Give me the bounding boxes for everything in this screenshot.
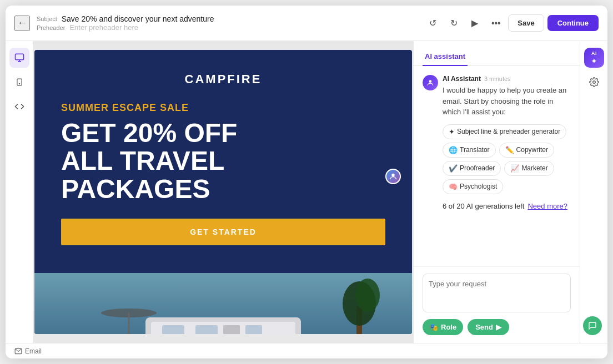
marketer-role-label: Marketer [521, 164, 547, 172]
send-icon: ▶ [496, 323, 501, 331]
svg-rect-10 [245, 325, 262, 334]
svg-rect-8 [162, 325, 184, 334]
email-canvas: CAMPFIRE SUMMER ESCAPE SALE GET 20% OFF … [34, 50, 412, 334]
ai-time: 3 minutes [484, 75, 511, 82]
subject-role-label: Subject line & preheader generator [457, 128, 560, 135]
role-chip-marketer[interactable]: 📈 Marketer [504, 161, 554, 176]
role-chip-proofreader[interactable]: ✔️ Proofreader [443, 161, 501, 176]
role-chip-copywriter[interactable]: ✏️ Copywriter [499, 143, 554, 158]
email-status-icon [14, 347, 22, 355]
translator-role-label: Translator [460, 146, 490, 154]
svg-point-2 [19, 83, 19, 84]
subject-value: Save 20% and discover your next adventur… [62, 14, 214, 23]
heading-line1: GET 20% OFF [61, 118, 237, 148]
ai-assistant-badge[interactable]: AI ✦ [584, 48, 604, 68]
ai-sparkle-icon: ✦ [591, 57, 597, 65]
email-status-label: Email [25, 347, 42, 355]
mobile-view-icon[interactable] [9, 72, 29, 92]
email-logo: CAMPFIRE [61, 72, 385, 87]
ai-panel-body: AI Assistant 3 minutes I would be happy … [414, 66, 580, 266]
role-button[interactable]: 🎭 Role [423, 319, 463, 335]
email-cta-button[interactable]: GET STARTED [61, 219, 385, 245]
copywriter-role-icon: ✏️ [505, 146, 514, 154]
desktop-view-icon[interactable] [9, 48, 29, 68]
svg-point-23 [429, 80, 432, 83]
proofreader-role-icon: ✔️ [449, 164, 458, 173]
heading-line2: ALL TRAVEL [61, 146, 224, 175]
redo-button[interactable]: ↻ [445, 14, 463, 32]
ai-message-text: I would be happy to help you create an e… [443, 85, 571, 118]
top-bar: ← Subject Save 20% and discover your nex… [6, 6, 607, 41]
ai-avatar [423, 75, 438, 90]
subject-role-icon: ✦ [449, 128, 455, 136]
preheader-label: Preheader [37, 24, 65, 31]
ai-input-area: 🎭 Role Send ▶ [414, 266, 580, 343]
toolbar-actions: ↺ ↻ ▶ ••• Save Continue [424, 14, 599, 32]
role-btn-label: Role [441, 323, 456, 331]
continue-button[interactable]: Continue [547, 15, 599, 31]
role-chip-translator[interactable]: 🌐 Translator [443, 143, 496, 158]
svg-point-26 [592, 81, 595, 84]
user-avatar-overlay [385, 169, 401, 184]
ai-panel-header: AI assistant [414, 41, 580, 66]
main-content: CAMPFIRE SUMMER ESCAPE SALE GET 20% OFF … [6, 41, 607, 343]
chat-support-button[interactable] [583, 316, 602, 335]
email-hero-section: CAMPFIRE SUMMER ESCAPE SALE GET 20% OFF … [34, 50, 412, 273]
email-sale-label: SUMMER ESCAPE SALE [61, 102, 385, 114]
generations-count: 6 of 20 AI generations left [443, 202, 524, 210]
more-options-button[interactable]: ••• [487, 14, 505, 32]
heading-line3: PACKAGES [61, 174, 210, 204]
email-canvas-area[interactable]: CAMPFIRE SUMMER ESCAPE SALE GET 20% OFF … [33, 41, 413, 343]
ai-message-meta: AI Assistant 3 minutes [443, 75, 571, 83]
ai-message-content: AI Assistant 3 minutes I would be happy … [443, 75, 571, 213]
save-button[interactable]: Save [508, 14, 544, 32]
copywriter-role-label: Copywriter [516, 146, 548, 154]
svg-point-21 [355, 279, 380, 312]
settings-button[interactable] [584, 72, 604, 92]
svg-rect-0 [15, 54, 23, 60]
proofreader-role-label: Proofreader [460, 164, 495, 172]
email-bottom-image [34, 273, 412, 334]
svg-rect-9 [195, 325, 218, 334]
ai-message-row: AI Assistant 3 minutes I would be happy … [423, 75, 571, 213]
email-heading: GET 20% OFF ALL TRAVEL PACKAGES [61, 119, 385, 203]
preheader-value: Enter preheader here [69, 23, 138, 32]
svg-point-3 [391, 174, 394, 176]
ai-assistant-tab[interactable]: AI assistant [423, 48, 468, 66]
role-chip-subject[interactable]: ✦ Subject line & preheader generator [443, 124, 566, 139]
send-btn-label: Send [475, 323, 493, 331]
ai-generations: 6 of 20 AI generations left Need more? [443, 202, 571, 210]
back-button[interactable]: ← [14, 16, 30, 31]
translator-role-icon: 🌐 [449, 146, 458, 154]
ai-badge-label: AI [591, 50, 597, 56]
role-chip-psychologist[interactable]: 🧠 Psychologist [443, 179, 503, 194]
code-view-icon[interactable] [9, 97, 29, 117]
right-extra-bar: AI ✦ [580, 41, 607, 343]
left-sidebar [6, 41, 33, 343]
marketer-role-icon: 📈 [510, 164, 519, 173]
email-logo-text: CAMPFIRE [185, 72, 262, 86]
ai-panel: AI assistant AI Assistant 3 minutes I wo… [413, 41, 580, 343]
subject-area: Subject Save 20% and discover your next … [37, 14, 417, 32]
ai-name: AI Assistant [443, 75, 481, 83]
undo-button[interactable]: ↺ [424, 14, 441, 32]
svg-rect-11 [223, 325, 240, 334]
send-preview-button[interactable]: ▶ [466, 14, 484, 32]
need-more-link[interactable]: Need more? [527, 202, 567, 210]
psychologist-role-icon: 🧠 [449, 183, 458, 191]
app-window: ← Subject Save 20% and discover your nex… [6, 6, 607, 358]
subject-label: Subject [37, 16, 57, 22]
role-icon: 🎭 [429, 323, 438, 331]
psychologist-role-label: Psychologist [460, 183, 497, 190]
ai-request-input[interactable] [423, 274, 571, 312]
status-bar: Email [6, 343, 607, 358]
send-button[interactable]: Send ▶ [468, 319, 509, 335]
ai-roles: ✦ Subject line & preheader generator 🌐 T… [443, 124, 571, 194]
ai-action-row: 🎭 Role Send ▶ [423, 319, 571, 335]
